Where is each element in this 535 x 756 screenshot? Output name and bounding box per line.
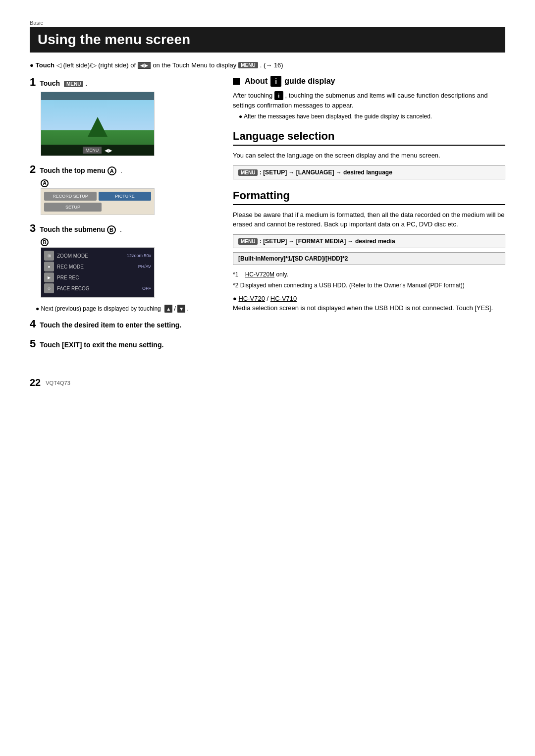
- nav-dot: .: [187, 305, 188, 312]
- section-header: Using the menu screen: [30, 27, 505, 53]
- submenu-label-1: ZOOM MODE: [57, 253, 124, 259]
- page-container: Basic Using the menu screen ● Touch ◁ (l…: [30, 20, 505, 388]
- lang-path-text: : [SETUP] → [LANGUAGE] → desired languag…: [260, 169, 392, 176]
- menu-icon-box: MENU: [83, 147, 102, 154]
- submenu-label-3: PRE REC: [57, 275, 148, 280]
- intro-left-right: ◁ (left side)/▷ (right side) of: [56, 61, 136, 69]
- submenu-row-2: ● REC MODE PH/AV: [44, 262, 151, 271]
- footnote-1: *1 HC-V720M only.: [233, 270, 505, 279]
- step-5-text: Touch [EXIT] to exit the menu setting.: [40, 341, 163, 349]
- intro-page-ref: . (→ 16): [260, 61, 283, 69]
- submenu-icon-1: ⊞: [44, 251, 54, 261]
- step-1: 1 Touch MENU . MENU ◀▶: [30, 76, 213, 156]
- step-2-content: A RECORD SETUP PICTURE SETUP: [41, 179, 213, 215]
- language-title: Language selection: [233, 130, 505, 146]
- step-4: 4 Touch the desired item to enter the se…: [30, 318, 213, 330]
- formatting-section: Formatting Please be aware that if a med…: [233, 189, 505, 312]
- circle-a-label: A: [41, 179, 213, 187]
- step-3-period: .: [120, 225, 122, 233]
- submenu-icon-4: ☺: [44, 283, 54, 293]
- nav-down-arrow: ▼: [177, 305, 185, 313]
- menu-badge-lang: MENU: [238, 169, 258, 176]
- step-2-number: 2: [30, 163, 36, 175]
- hc-description: Media selection screen is not displayed …: [233, 304, 493, 312]
- intro-on-text: on the Touch Menu to display: [153, 61, 236, 69]
- about-bullet-text: After the messages have been displayed, …: [244, 113, 432, 120]
- step-4-number: 4: [30, 318, 36, 330]
- about-text-1: After touching i , touching the submenus…: [233, 91, 505, 110]
- formatting-title: Formatting: [233, 189, 505, 205]
- hc-v720-text: HC-V720: [238, 295, 265, 302]
- step-1-text: Touch: [40, 79, 60, 87]
- submenu-row-4: ☺ FACE RECOG OFF: [44, 283, 151, 293]
- nav-up-arrow: ▲: [164, 305, 172, 313]
- step-2-period: .: [120, 166, 122, 174]
- step-3-number: 3: [30, 222, 36, 234]
- menu-top-screen: RECORD SETUP PICTURE SETUP: [41, 188, 155, 215]
- step-1-content: MENU ◀▶: [41, 92, 213, 156]
- page-number: 22: [30, 377, 41, 388]
- model-code: VQT4Q73: [46, 380, 70, 386]
- about-text-before: After touching: [233, 92, 272, 99]
- screen-top-bar: [41, 92, 154, 100]
- touch-menu-icon: ◀|▶: [138, 62, 151, 69]
- camera-screen-mock: MENU ◀▶: [41, 92, 155, 156]
- footnote-1-text: *1: [233, 271, 243, 278]
- format-menu-path: MENU : [SETUP] → [FORMAT MEDIA] → desire…: [233, 234, 505, 248]
- step-2-circle-a: A: [107, 166, 116, 175]
- screen-nav-arrows: ◀▶: [105, 148, 112, 153]
- language-description: You can select the language on the scree…: [233, 151, 505, 161]
- next-page-note: Next (previous) page is displayed by tou…: [30, 305, 213, 313]
- submenu-label-2: REC MODE: [57, 264, 135, 270]
- language-menu-path: MENU : [SETUP] → [LANGUAGE] → desired la…: [233, 165, 505, 179]
- footnote-1-only: only.: [276, 271, 288, 278]
- main-content: 1 Touch MENU . MENU ◀▶: [30, 76, 505, 357]
- page-footer: 22 VQT4Q73: [30, 377, 505, 388]
- formatting-description: Please be aware that if a medium is form…: [233, 210, 505, 229]
- nav-arrows-inline: ▲ / ▼: [164, 305, 187, 312]
- submenu-row-1: ⊞ ZOOM MODE 12zoom 50x: [44, 251, 151, 261]
- step-5: 5 Touch [EXIT] to exit the menu setting.: [30, 337, 213, 350]
- about-suffix: guide display: [284, 77, 335, 86]
- step-1-period: .: [85, 79, 87, 87]
- step-4-text: Touch the desired item to enter the sett…: [40, 321, 181, 329]
- step-3-text: Touch the submenu: [40, 225, 105, 233]
- circle-b-label: B: [41, 238, 213, 247]
- about-section: About i guide display After touching i ,…: [233, 76, 505, 120]
- hc-bullet-dot: ●: [233, 295, 238, 302]
- step-2-text: Touch the top menu: [40, 166, 106, 174]
- submenu-icon-2: ●: [44, 262, 54, 271]
- submenu-icon-3: ▶: [44, 272, 54, 282]
- step-3-circle-b: B: [107, 225, 116, 234]
- menu-top-row: RECORD SETUP PICTURE: [44, 192, 151, 201]
- step-1-menu-badge: MENU: [64, 81, 83, 87]
- next-page-text: Next (previous) page is displayed by tou…: [41, 305, 161, 312]
- intro-bullet: ● Touch ◁ (left side)/▷ (right side) of …: [30, 61, 505, 69]
- right-column: About i guide display After touching i ,…: [233, 76, 505, 357]
- footnote-2: *2 Displayed when connecting a USB HDD. …: [233, 281, 505, 290]
- submenu-value-4: OFF: [142, 286, 151, 291]
- menu-badge-intro: MENU: [238, 62, 258, 68]
- left-column: 1 Touch MENU . MENU ◀▶: [30, 76, 213, 357]
- black-square: [233, 78, 240, 85]
- about-info-icon-inline: i: [274, 91, 283, 100]
- about-info-icon: i: [270, 76, 281, 87]
- step-2: 2 Touch the top menu A . A RECORD SETUP …: [30, 163, 213, 215]
- submenu-value-2: PH/AV: [138, 264, 151, 269]
- menu-item-picture: PICTURE: [99, 192, 151, 201]
- hc-bullet: ● HC-V720 / HC-V710: [233, 295, 505, 302]
- menu-badge-format: MENU: [238, 238, 258, 245]
- submenu-label-4: FACE RECOG: [57, 286, 139, 291]
- hc-bullet-text: Media selection screen is not displayed …: [233, 304, 505, 312]
- step-1-number: 1: [30, 76, 36, 88]
- about-bullet: After the messages have been displayed, …: [233, 113, 505, 120]
- language-section: Language selection You can select the la…: [233, 130, 505, 179]
- built-in-text: [Built-inMemory]*1/[SD CARD]/[HDD]*2: [238, 255, 348, 262]
- about-prefix: About: [245, 77, 268, 86]
- built-in-box: [Built-inMemory]*1/[SD CARD]/[HDD]*2: [233, 252, 505, 265]
- menu-item-setup: SETUP: [44, 203, 102, 212]
- slash-sep: /: [174, 305, 175, 312]
- submenu-value-1: 12zoom 50x: [127, 253, 151, 258]
- bullet-dot: ●: [30, 61, 34, 69]
- intro-touch-word: Touch: [36, 61, 54, 69]
